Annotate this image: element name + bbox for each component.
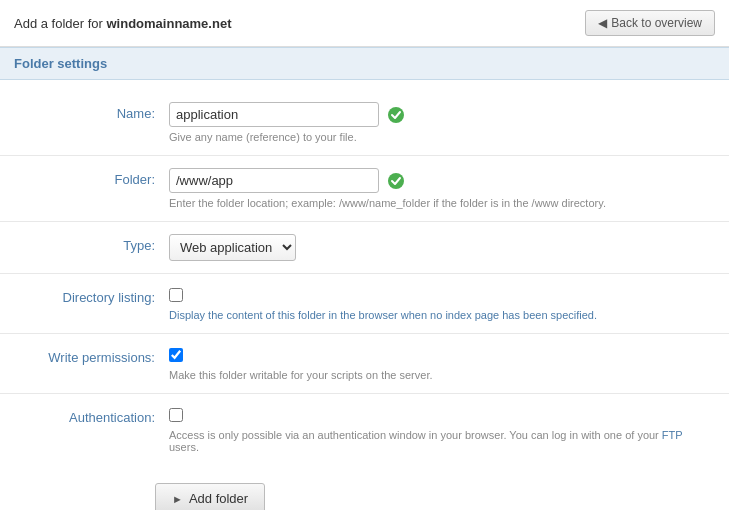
name-row: Name: Give any name (reference) to your … [0,90,729,156]
type-content: Web application PHP application Static f… [169,234,715,261]
folder-row: Folder: Enter the folder location; examp… [0,156,729,222]
name-input-row [169,102,715,127]
folder-valid-icon [387,172,405,190]
page-title: Add a folder for windomainname.net [14,16,231,31]
domain-name: windomainname.net [107,16,232,31]
folder-settings-form: Name: Give any name (reference) to your … [0,80,729,475]
write-perms-label: Write permissions: [14,346,169,365]
write-perms-checkbox[interactable] [169,348,183,362]
type-select[interactable]: Web application PHP application Static f… [169,234,296,261]
page-header: Add a folder for windomainname.net ◀ Bac… [0,0,729,47]
ftp-link[interactable]: FTP [662,429,683,441]
auth-row: Authentication: Access is only possible … [0,394,729,465]
write-perms-content: Make this folder writable for your scrip… [169,346,715,381]
auth-hint-pre: Access is only possible via an authentic… [169,429,662,441]
svg-point-0 [388,107,404,123]
auth-checkbox[interactable] [169,408,183,422]
auth-hint-post: users. [169,441,199,453]
dir-listing-hint: Display the content of this folder in th… [169,309,715,321]
back-button-label: Back to overview [611,16,702,30]
svg-point-1 [388,173,404,189]
back-arrow-icon: ◀ [598,16,607,30]
write-perms-hint: Make this folder writable for your scrip… [169,369,715,381]
auth-label: Authentication: [14,406,169,425]
write-perms-row: Write permissions: Make this folder writ… [0,334,729,394]
add-folder-arrow-icon: ► [172,493,183,505]
auth-content: Access is only possible via an authentic… [169,406,715,453]
folder-label: Folder: [14,168,169,187]
add-folder-button[interactable]: ► Add folder [155,483,265,510]
header-prefix: Add a folder for [14,16,107,31]
name-input[interactable] [169,102,379,127]
folder-input[interactable] [169,168,379,193]
folder-content: Enter the folder location; example: /www… [169,168,715,209]
dir-listing-checkbox[interactable] [169,288,183,302]
auth-hint: Access is only possible via an authentic… [169,429,715,453]
dir-listing-content: Display the content of this folder in th… [169,286,715,321]
name-hint: Give any name (reference) to your file. [169,131,715,143]
back-to-overview-button[interactable]: ◀ Back to overview [585,10,715,36]
name-label: Name: [14,102,169,121]
name-valid-icon [387,106,405,124]
folder-input-row [169,168,715,193]
folder-hint: Enter the folder location; example: /www… [169,197,715,209]
name-content: Give any name (reference) to your file. [169,102,715,143]
folder-settings-section-header: Folder settings [0,47,729,80]
section-title: Folder settings [14,56,107,71]
type-label: Type: [14,234,169,253]
add-folder-label: Add folder [189,491,248,506]
dir-listing-row: Directory listing: Display the content o… [0,274,729,334]
type-row: Type: Web application PHP application St… [0,222,729,274]
dir-listing-label: Directory listing: [14,286,169,305]
